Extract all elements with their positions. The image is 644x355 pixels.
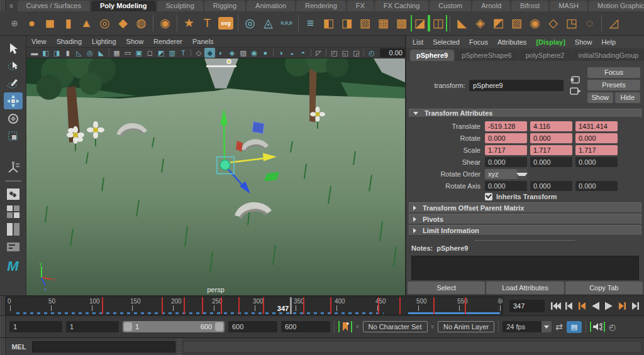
image-plane-icon[interactable]: ◺ <box>74 48 85 58</box>
wireframe-icon[interactable]: ◇ <box>193 48 204 58</box>
section-pivots[interactable]: Pivots <box>409 214 641 224</box>
shelf-tab-sculpting[interactable]: Sculpting <box>157 1 203 11</box>
motion-blur-icon[interactable]: ◒ <box>286 48 297 58</box>
playback-loop-icon[interactable]: ⇄ <box>555 322 563 332</box>
polygon-disc-icon[interactable]: ◍ <box>132 13 150 34</box>
fps-dropdown[interactable]: 24 fps <box>502 321 552 332</box>
shear-y-field[interactable]: 0.000 <box>530 157 572 167</box>
translate-x-field[interactable]: -519.128 <box>485 121 527 131</box>
shelf-tab-rigging[interactable]: Rigging <box>204 1 245 11</box>
shadows-icon[interactable]: ● <box>260 48 271 58</box>
wheel-icon[interactable]: ◉ <box>526 13 544 34</box>
ae-menu-attributes[interactable]: Attributes <box>497 38 526 46</box>
paint-select-tool-button[interactable] <box>4 75 23 92</box>
svg-tool-icon[interactable]: svg <box>218 17 233 30</box>
last-tool-button[interactable] <box>4 159 23 176</box>
rotate-order-dropdown[interactable]: xyz <box>485 169 527 179</box>
ae-tab-initialshadinggroup[interactable]: initialShadingGroup <box>572 50 644 61</box>
viewport-menu-renderer[interactable]: Renderer <box>153 38 182 45</box>
copy-tab-button[interactable]: Copy Tab <box>565 281 643 294</box>
gate-mask-icon[interactable]: ◻ <box>145 48 156 58</box>
separate-icon[interactable]: ◨ <box>338 13 356 34</box>
polygon-cylinder-icon[interactable]: ▮ <box>59 13 77 34</box>
type-text-icon[interactable]: T <box>198 13 216 34</box>
anim-layer-selector[interactable]: No Anim Layer <box>438 321 494 332</box>
lock-camera-icon[interactable]: ◧ <box>40 48 52 58</box>
character-set-menu-arrow[interactable]: ▿ <box>356 324 359 330</box>
polygon-cone-icon[interactable]: ▲ <box>77 13 96 34</box>
viewport-menu-shading[interactable]: Shading <box>57 38 82 45</box>
shear-x-field[interactable]: 0.000 <box>485 157 527 167</box>
mirror-geometry-icon[interactable]: ◳ <box>562 13 580 34</box>
viewport-menu-view[interactable]: View <box>31 38 47 45</box>
command-language-toggle[interactable]: MEL <box>6 343 32 351</box>
grease-pencil-icon[interactable]: ◣ <box>96 48 107 58</box>
super-shape-icon[interactable]: ★ <box>180 13 198 34</box>
focus-button[interactable]: Focus <box>587 67 640 78</box>
bookmark-icon[interactable]: ▮ <box>62 48 74 58</box>
ae-menu-display[interactable]: [Display] <box>536 38 565 46</box>
rotate-z-field[interactable]: 0.000 <box>575 133 618 143</box>
shelf-menu-icon[interactable]: ≡ <box>6 1 18 11</box>
animation-end-field[interactable]: 600 <box>281 321 330 332</box>
ae-menu-help[interactable]: Help <box>601 38 616 46</box>
sound-toggle[interactable] <box>590 322 605 332</box>
node-name-input[interactable]: pSphere9 <box>469 80 564 91</box>
anim-layer-menu-arrow[interactable]: ▿ <box>431 324 435 330</box>
shelf-tab-bifrost[interactable]: Bifrost <box>511 1 548 11</box>
range-slider[interactable]: 1 600 <box>123 321 225 332</box>
smooth-shade-all-icon[interactable]: ◆ <box>204 48 216 58</box>
curve-pencil-icon[interactable]: ◿ <box>604 13 623 34</box>
scale-y-field[interactable]: 1.717 <box>530 145 572 155</box>
inherits-transform-checkbox[interactable] <box>485 193 492 200</box>
select-button[interactable]: Select <box>408 281 485 294</box>
ambient-occlusion-icon[interactable]: ◑ <box>275 48 287 58</box>
rotate-tool-button[interactable] <box>4 110 23 127</box>
use-default-material-icon[interactable]: ◐ <box>215 48 226 58</box>
ae-menu-selected[interactable]: Selected <box>433 38 460 46</box>
platonic-solid-icon[interactable]: ◉ <box>156 13 174 34</box>
presets-button[interactable]: Presets <box>587 80 640 90</box>
ae-menu-focus[interactable]: Focus <box>469 38 488 46</box>
playblast-button[interactable]: ▤ <box>567 321 582 333</box>
poke-icon[interactable]: ▨ <box>508 13 526 34</box>
shelf-editor-gear-icon[interactable]: ⊕ <box>6 18 23 28</box>
ae-tab-psphere9[interactable]: pSphere9 <box>410 50 454 61</box>
append-polygon-icon[interactable]: ▩ <box>392 13 411 34</box>
quad-draw-icon[interactable]: ◇ <box>544 13 562 34</box>
bridge-icon[interactable]: ◪ <box>411 15 429 31</box>
step-forward-key-button[interactable] <box>616 300 628 312</box>
notes-divider[interactable] <box>475 240 575 241</box>
animation-start-field[interactable]: 1 <box>9 321 62 332</box>
shelf-tab-fx[interactable]: FX <box>347 1 374 11</box>
rotate-axis-x-field[interactable]: 0.000 <box>485 181 527 191</box>
ae-menu-list[interactable]: List <box>413 38 423 46</box>
shelf-tab-curves-surfaces[interactable]: Curves / Surfaces <box>18 1 90 11</box>
timeline-ruler[interactable]: 050100150200250300350400450500550600347 <box>6 297 503 315</box>
wedge-icon[interactable]: ◫ <box>429 15 447 31</box>
use-all-lights-icon[interactable]: ◉ <box>248 48 260 58</box>
viewport-menu-show[interactable]: Show <box>126 38 144 45</box>
safe-title-icon[interactable]: T <box>178 48 189 58</box>
isolate-select-icon[interactable]: ◰ <box>328 48 340 58</box>
smooth-icon[interactable]: ◌ <box>580 13 599 34</box>
ae-menu-show[interactable]: Show <box>575 38 592 46</box>
shade-textured-icon[interactable]: ◈ <box>226 48 238 58</box>
refresh-icon[interactable]: ◴ <box>366 48 377 58</box>
shelf-tab-animation[interactable]: Animation <box>247 1 295 11</box>
resolution-gate-icon[interactable]: ▣ <box>133 48 145 58</box>
shelf-tab-poly-modeling[interactable]: Poly Modeling <box>91 1 156 11</box>
crop-region-icon[interactable]: ◲ <box>351 48 362 58</box>
shelf-tab-custom[interactable]: Custom <box>430 1 471 11</box>
section-transform-attributes[interactable]: Transform Attributes <box>409 109 641 117</box>
current-time-marker[interactable] <box>290 297 292 314</box>
step-back-key-button[interactable] <box>576 300 589 312</box>
auto-keyframe-toggle[interactable] <box>338 321 352 332</box>
load-attributes-button[interactable]: Load Attributes <box>486 281 564 294</box>
anti-aliasing-icon[interactable]: ◓ <box>297 48 309 58</box>
grid-icon[interactable]: ▦ <box>111 48 123 58</box>
bevel-icon[interactable]: ◣ <box>453 13 471 34</box>
polygon-sphere-icon[interactable]: ● <box>23 13 41 34</box>
film-gate-icon[interactable]: ▭ <box>122 48 133 58</box>
anim-layout-button[interactable] <box>4 238 23 255</box>
